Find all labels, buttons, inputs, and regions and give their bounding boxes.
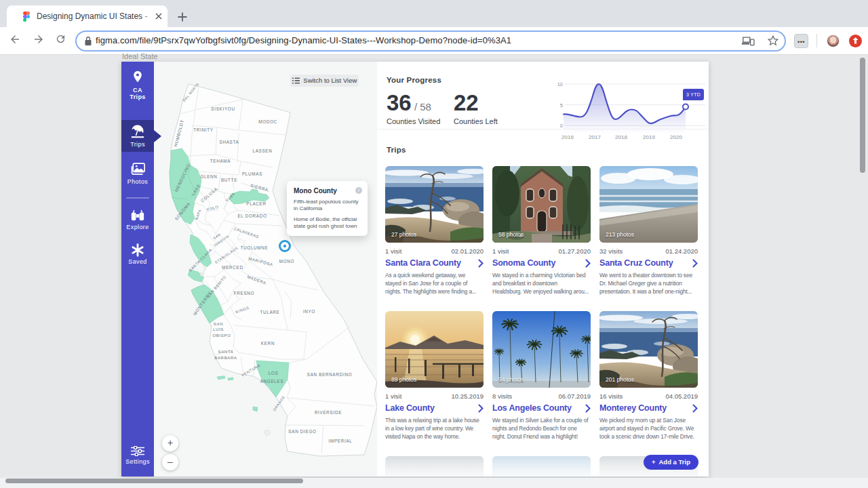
svg-text:OBISPO: OBISPO: [212, 333, 231, 338]
svg-text:SAN: SAN: [214, 322, 223, 326]
svg-text:INYO: INYO: [303, 309, 315, 314]
svg-text:GLENN: GLENN: [200, 174, 217, 179]
svg-text:2019: 2019: [643, 134, 655, 140]
svg-text:BARBARA: BARBARA: [214, 356, 237, 360]
svg-text:SAN BERNARDINO: SAN BERNARDINO: [307, 372, 352, 377]
svg-text:TRINITY: TRINITY: [193, 127, 213, 132]
svg-text:TEHAMA: TEHAMA: [210, 159, 231, 163]
svg-text:3 YTD: 3 YTD: [686, 92, 701, 97]
svg-text:SHASTA: SHASTA: [220, 140, 239, 144]
svg-text:MERCED: MERCED: [222, 265, 243, 270]
svg-text:5: 5: [560, 102, 563, 108]
svg-text:2018: 2018: [615, 134, 627, 140]
svg-text:LASSEN: LASSEN: [252, 148, 272, 153]
svg-text:2020: 2020: [670, 134, 682, 140]
svg-text:LOS: LOS: [269, 371, 279, 375]
svg-text:TULARE: TULARE: [260, 310, 279, 314]
svg-text:LUIS: LUIS: [213, 327, 224, 331]
svg-text:FRESNO: FRESNO: [234, 291, 254, 296]
svg-text:IMPERIAL: IMPERIAL: [329, 439, 353, 443]
svg-text:TUOLUMNE: TUOLUMNE: [241, 245, 269, 250]
svg-text:ANGELES: ANGELES: [260, 379, 284, 384]
svg-text:0: 0: [560, 123, 563, 129]
svg-text:PLACER: PLACER: [246, 201, 266, 206]
svg-text:10: 10: [557, 81, 563, 87]
svg-text:2016: 2016: [561, 134, 574, 140]
svg-text:MONO: MONO: [279, 259, 294, 264]
svg-text:MODOC: MODOC: [258, 119, 277, 124]
svg-text:RIVERSIDE: RIVERSIDE: [315, 410, 342, 415]
svg-text:BUTTE: BUTTE: [221, 178, 237, 182]
svg-text:EL DORADO: EL DORADO: [237, 214, 267, 218]
svg-text:2017: 2017: [589, 134, 601, 140]
svg-text:KERN: KERN: [261, 341, 275, 346]
svg-text:SANTA: SANTA: [218, 350, 233, 354]
svg-text:SAN DIEGO: SAN DIEGO: [288, 429, 316, 434]
svg-text:PLUMAS: PLUMAS: [242, 171, 262, 176]
svg-text:SISKIYOU: SISKIYOU: [211, 106, 235, 111]
